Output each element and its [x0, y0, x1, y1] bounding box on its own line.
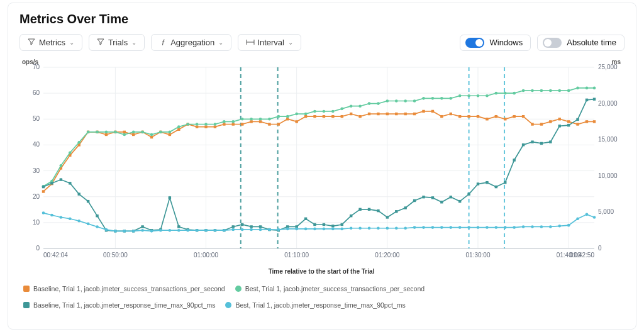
svg-point-140	[368, 102, 371, 105]
svg-text:01:00:00: 01:00:00	[194, 252, 218, 259]
absolute-time-label: Absolute time	[567, 38, 616, 47]
svg-point-163	[576, 87, 579, 90]
legend-item[interactable]: Baseline, Trial 1, jacob.jmeter_success_…	[23, 285, 225, 292]
svg-rect-92	[495, 115, 497, 118]
svg-rect-96	[531, 123, 533, 125]
toolbar: Metrics ⌄ Trials ⌄ f Aggregation ⌄ Inter…	[19, 34, 625, 51]
svg-point-155	[504, 92, 507, 95]
svg-point-275	[467, 226, 470, 229]
svg-rect-181	[177, 225, 180, 228]
svg-point-288	[586, 213, 589, 216]
svg-text:00:42:04: 00:42:04	[43, 252, 68, 259]
svg-text:40: 40	[33, 141, 40, 148]
svg-point-250	[241, 228, 244, 231]
metrics-filter-button[interactable]: Metrics ⌄	[19, 34, 82, 51]
svg-point-240	[150, 230, 153, 233]
svg-point-254	[277, 228, 280, 231]
svg-point-242	[169, 229, 172, 232]
y-right-axis-label: ms	[612, 58, 621, 65]
svg-rect-222	[549, 140, 552, 143]
windows-toggle-label: Windows	[489, 38, 523, 47]
svg-point-158	[531, 89, 534, 92]
svg-point-115	[141, 131, 144, 134]
windows-toggle[interactable]: Windows	[460, 35, 531, 51]
svg-rect-72	[313, 115, 316, 118]
svg-point-110	[96, 131, 99, 134]
svg-point-129	[268, 118, 271, 121]
aggregation-label: Aggregation	[170, 38, 214, 47]
svg-rect-226	[586, 99, 588, 101]
svg-rect-201	[358, 208, 361, 211]
svg-rect-56	[169, 133, 171, 136]
svg-point-134	[313, 110, 316, 113]
svg-point-276	[477, 226, 480, 229]
svg-point-258	[313, 228, 316, 231]
legend: Baseline, Trial 1, jacob.jmeter_success_…	[19, 284, 625, 310]
legend-item[interactable]: Baseline, Trial 1, jacob.jmeter_response…	[23, 301, 215, 309]
svg-rect-227	[593, 97, 596, 100]
svg-rect-90	[477, 115, 479, 118]
svg-point-287	[576, 217, 579, 220]
chevron-down-icon: ⌄	[131, 39, 136, 46]
chevron-down-icon: ⌄	[218, 39, 223, 46]
svg-rect-189	[250, 225, 252, 228]
svg-rect-79	[377, 113, 379, 115]
svg-rect-98	[549, 120, 552, 123]
svg-rect-87	[450, 113, 452, 115]
svg-rect-62	[223, 123, 225, 125]
svg-point-284	[549, 225, 552, 228]
trials-filter-button[interactable]: Trials ⌄	[89, 34, 145, 51]
svg-point-165	[593, 87, 596, 90]
svg-point-252	[259, 228, 262, 231]
svg-rect-99	[558, 118, 561, 120]
svg-point-162	[567, 89, 570, 92]
svg-rect-49	[105, 133, 108, 136]
toggle-switch-on	[465, 38, 484, 48]
filter-icon	[28, 38, 35, 47]
svg-rect-197	[323, 223, 325, 226]
svg-point-274	[458, 226, 462, 229]
legend-item[interactable]: Best, Trial 1, jacob.jmeter_response_tim…	[225, 301, 405, 309]
svg-point-132	[295, 113, 298, 116]
svg-rect-71	[304, 115, 307, 118]
legend-item[interactable]: Best, Trial 1, jacob.jmeter_success_tran…	[235, 285, 425, 292]
svg-point-127	[250, 118, 253, 121]
svg-rect-180	[169, 196, 171, 199]
svg-point-123	[214, 123, 217, 126]
svg-point-234	[96, 225, 99, 228]
legend-label: Baseline, Trial 1, jacob.jmeter_response…	[33, 301, 215, 309]
svg-point-120	[186, 123, 189, 126]
svg-point-147	[431, 97, 435, 100]
svg-rect-78	[368, 113, 370, 115]
svg-rect-206	[404, 206, 406, 209]
svg-rect-102	[586, 120, 588, 123]
svg-point-119	[177, 125, 180, 128]
svg-rect-190	[259, 225, 262, 228]
svg-rect-196	[313, 223, 316, 226]
svg-rect-100	[567, 120, 570, 123]
svg-rect-84	[422, 110, 425, 113]
svg-rect-59	[196, 125, 198, 128]
svg-rect-82	[404, 113, 406, 115]
svg-rect-83	[413, 113, 416, 115]
svg-point-139	[358, 104, 362, 108]
svg-rect-70	[295, 120, 297, 123]
svg-text:0: 0	[598, 245, 602, 252]
metrics-filter-label: Metrics	[39, 38, 65, 47]
svg-text:5,000: 5,000	[598, 208, 614, 215]
svg-point-231	[69, 217, 72, 220]
svg-rect-212	[458, 200, 461, 203]
svg-rect-216	[495, 186, 497, 188]
svg-point-159	[540, 89, 543, 92]
svg-rect-166	[42, 186, 45, 188]
svg-rect-219	[522, 143, 525, 146]
interval-button[interactable]: Interval ⌄	[238, 34, 301, 51]
svg-point-283	[540, 225, 543, 228]
absolute-time-toggle[interactable]: Absolute time	[537, 35, 625, 51]
legend-swatch	[23, 302, 30, 308]
svg-point-232	[77, 220, 80, 223]
svg-point-237	[123, 230, 126, 233]
svg-point-121	[196, 123, 199, 126]
aggregation-button[interactable]: f Aggregation ⌄	[151, 34, 231, 51]
svg-point-108	[77, 141, 80, 144]
